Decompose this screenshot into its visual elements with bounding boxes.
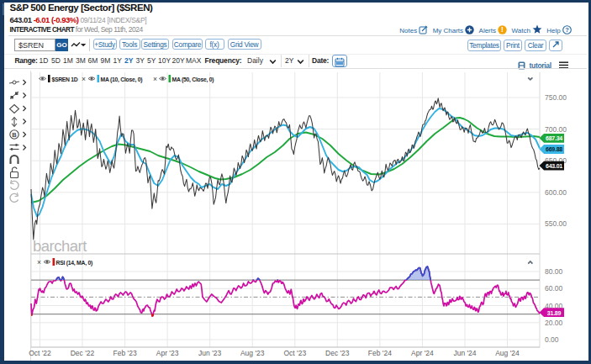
svg-text:80.00: 80.00: [545, 267, 563, 276]
svg-text:×: ×: [153, 75, 157, 83]
svg-text:Apr '24: Apr '24: [411, 349, 434, 357]
svg-text:MA (50, Close, 0): MA (50, Close, 0): [172, 76, 214, 83]
svg-text:Dec '22: Dec '22: [71, 349, 95, 357]
svg-text:B: B: [12, 131, 17, 139]
svg-text:669.88: 669.88: [546, 146, 562, 152]
svg-text:Apr '23: Apr '23: [156, 349, 179, 357]
svg-text:MA (10, Close, 0): MA (10, Close, 0): [101, 76, 143, 83]
svg-text:Jun '24: Jun '24: [453, 349, 476, 357]
svg-text:Oct '22: Oct '22: [29, 349, 51, 357]
svg-text:750.00: 750.00: [545, 93, 567, 102]
svg-text:×: ×: [37, 258, 41, 266]
svg-text:RSI (14, MA, 0): RSI (14, MA, 0): [56, 260, 92, 266]
svg-text:×: ×: [82, 75, 86, 83]
svg-text:Dec '23: Dec '23: [325, 349, 350, 357]
svg-text:31.89: 31.89: [547, 310, 562, 316]
svg-text:0.00: 0.00: [545, 335, 559, 344]
svg-text:643.01: 643.01: [546, 163, 562, 169]
svg-text:barchart: barchart: [33, 237, 87, 255]
svg-text:Jun '23: Jun '23: [198, 349, 221, 357]
svg-text:Feb '24: Feb '24: [368, 349, 392, 357]
svg-text:20.00: 20.00: [545, 319, 563, 327]
svg-text:600.00: 600.00: [545, 188, 567, 197]
svg-text:$SREN 1D: $SREN 1D: [52, 76, 78, 83]
svg-text:Aug '24: Aug '24: [495, 349, 520, 357]
svg-text:Aug '23: Aug '23: [240, 349, 265, 357]
svg-text:700.00: 700.00: [545, 125, 567, 134]
svg-text:Oct '23: Oct '23: [283, 349, 306, 357]
svg-text:Feb '23: Feb '23: [113, 349, 137, 357]
svg-text:60.00: 60.00: [545, 284, 563, 293]
svg-text:687.34: 687.34: [546, 135, 562, 141]
svg-text:550.00: 550.00: [545, 219, 567, 228]
